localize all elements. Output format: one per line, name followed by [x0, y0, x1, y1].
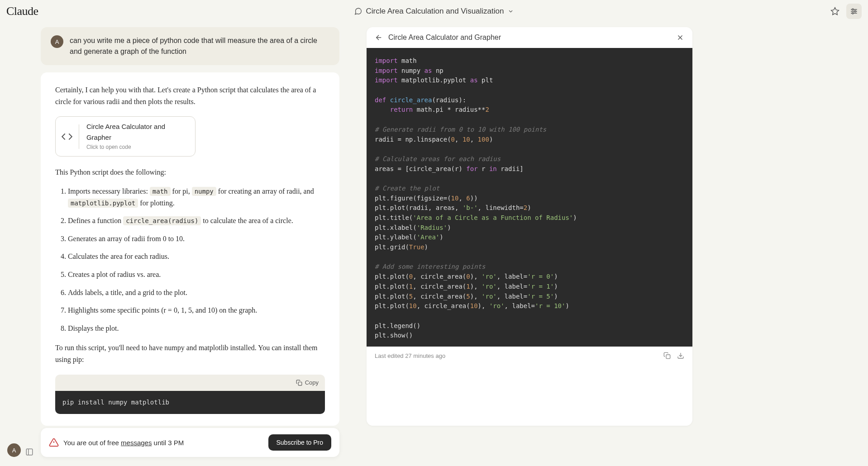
app-header: Claude Circle Area Calculation and Visua… — [0, 0, 868, 23]
list-item: Generates an array of radii from 0 to 10… — [68, 233, 325, 245]
last-edited: Last edited 27 minutes ago — [375, 352, 445, 359]
user-message-text: can you write me a piece of python code … — [70, 35, 329, 57]
list-item: Imports necessary libraries: math for pi… — [68, 185, 325, 209]
star-button[interactable] — [827, 4, 843, 19]
user-avatar: A — [51, 35, 63, 48]
code-icon — [56, 124, 79, 149]
main-content: A can you write me a piece of python cod… — [0, 23, 868, 426]
list-item: Displays the plot. — [68, 323, 325, 334]
conversation-title[interactable]: Circle Area Calculation and Visualizatio… — [354, 7, 514, 16]
svg-marker-0 — [831, 8, 839, 15]
copy-button[interactable]: Copy — [296, 378, 319, 388]
conversation-column: A can you write me a piece of python cod… — [41, 27, 339, 426]
chat-icon — [354, 7, 362, 15]
panel-footer: Last edited 27 minutes ago — [367, 347, 692, 365]
copy-icon[interactable] — [663, 352, 671, 359]
limit-text: You are out of free messages until 3 PM — [63, 439, 184, 447]
download-icon[interactable] — [677, 352, 684, 359]
svg-rect-7 — [298, 382, 302, 385]
svg-rect-11 — [666, 355, 670, 359]
list-item: Adds labels, a title, and a grid to the … — [68, 287, 325, 299]
chevron-down-icon — [507, 8, 514, 14]
title-text: Circle Area Calculation and Visualizatio… — [366, 7, 504, 16]
artifact-reference[interactable]: Circle Area Calculator and Grapher Click… — [55, 116, 196, 157]
code-content: pip install numpy matplotlib — [55, 391, 325, 414]
user-message: A can you write me a piece of python cod… — [41, 27, 339, 65]
sidebar-avatar[interactable]: A — [7, 443, 21, 457]
panel-title: Circle Area Calculator and Grapher — [388, 33, 501, 42]
sidebar-toggle-icon[interactable] — [25, 448, 33, 456]
back-icon[interactable] — [375, 33, 383, 42]
description-intro: This Python script does the following: — [55, 166, 325, 178]
messages-link[interactable]: messages — [121, 439, 152, 447]
assistant-message: Certainly, I can help you with that. Let… — [41, 72, 339, 426]
artifact-panel: Circle Area Calculator and Grapher impor… — [367, 27, 692, 426]
svg-point-5 — [854, 10, 856, 12]
code-block: Copy pip install numpy matplotlib — [55, 375, 325, 414]
svg-rect-15 — [26, 449, 33, 455]
outro-text: To run this script, you'll need to have … — [55, 342, 325, 365]
code-editor[interactable]: import math import numpy as np import ma… — [367, 48, 692, 347]
list-item: Calculates the area for each radius. — [68, 251, 325, 262]
inline-code: math — [150, 187, 171, 196]
list-item: Defines a function circle_area(radius) t… — [68, 215, 325, 227]
list-item: Highlights some specific points (r = 0, … — [68, 304, 325, 316]
list-item: Creates a plot of radius vs. area. — [68, 269, 325, 281]
subscribe-button[interactable]: Subscribe to Pro — [268, 434, 332, 451]
assistant-intro: Certainly, I can help you with that. Let… — [55, 84, 325, 107]
message-limit-bar: You are out of free messages until 3 PM … — [41, 428, 339, 457]
panel-header: Circle Area Calculator and Grapher — [367, 27, 692, 48]
close-icon[interactable] — [676, 33, 684, 42]
inline-code: matplotlib.pyplot — [68, 199, 138, 208]
svg-point-6 — [852, 13, 854, 14]
explanation-list: Imports necessary libraries: math for pi… — [55, 185, 325, 334]
artifact-title: Circle Area Calculator and Grapher — [86, 121, 188, 143]
copy-label: Copy — [305, 378, 319, 388]
inline-code: numpy — [192, 187, 216, 196]
logo[interactable]: Claude — [6, 5, 38, 18]
artifact-subtitle: Click to open code — [86, 143, 188, 152]
warning-icon — [49, 437, 59, 447]
inline-code: circle_area(radius) — [123, 216, 201, 225]
settings-button[interactable] — [846, 4, 862, 19]
svg-point-4 — [852, 9, 854, 10]
